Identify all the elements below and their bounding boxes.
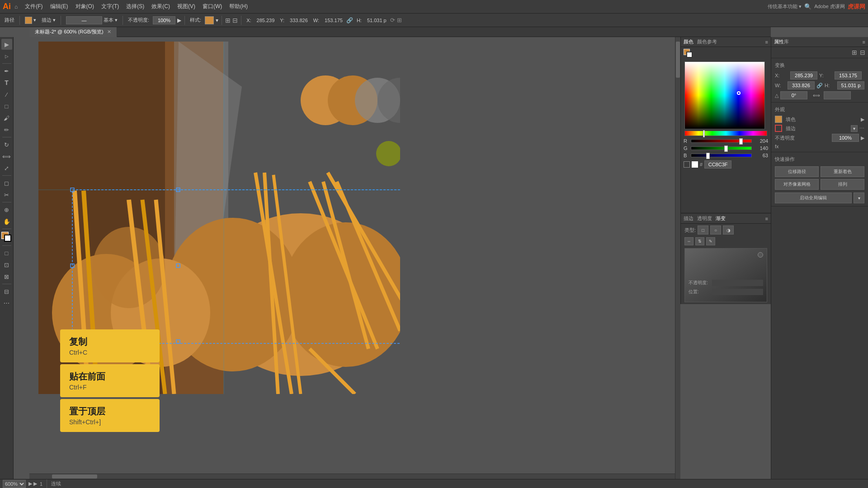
properties-tab[interactable]: 属性	[774, 38, 784, 45]
align-icon[interactable]: ⊟	[232, 17, 238, 24]
g-thumb[interactable]	[724, 145, 728, 152]
stroke-mode[interactable]: 描边 ▾	[40, 16, 57, 24]
line-tool[interactable]: ∕	[1, 89, 12, 100]
align-icon2[interactable]: ⊞	[397, 17, 402, 23]
scrollbar-thumb-h[interactable]	[52, 474, 97, 479]
menu-edit[interactable]: 编辑(E)	[47, 2, 72, 11]
context-menu-item-paste-front[interactable]: 贴在前面 Ctrl+F	[60, 364, 160, 397]
transform-icon[interactable]: ⟳	[390, 17, 395, 23]
btn-global-edit-arrow[interactable]: ▾	[854, 192, 864, 203]
hex-input[interactable]	[704, 160, 731, 169]
fill-expand-icon[interactable]: ▶	[861, 117, 864, 122]
grad-reset-btn[interactable]	[758, 252, 763, 258]
hue-thumb[interactable]	[703, 130, 705, 137]
b-thumb[interactable]	[706, 153, 710, 159]
link-icon[interactable]: 🔗	[346, 17, 353, 23]
link-prop-icon[interactable]: 🔗	[816, 83, 823, 89]
artboard-tool[interactable]: ⊟	[1, 286, 12, 297]
pos-preview-bar[interactable]	[712, 289, 763, 295]
context-menu-item-bring-top[interactable]: 置于顶层 Shift+Ctrl+]	[60, 399, 160, 432]
crop-mode[interactable]: ⊠	[1, 271, 12, 282]
menu-file[interactable]: 文件(F)	[21, 2, 46, 11]
shear-input[interactable]	[824, 91, 851, 99]
rotate-tool[interactable]: ↻	[1, 139, 12, 150]
zoom-select[interactable]: 600%	[3, 480, 26, 488]
rect-tool[interactable]: □	[1, 101, 12, 112]
select-tool[interactable]: ▶	[1, 39, 12, 50]
stroke-tab[interactable]: 描边	[684, 215, 693, 222]
scrollbar-thumb-v[interactable]	[676, 42, 680, 78]
home-icon[interactable]: ⌂	[14, 4, 18, 10]
opacity-arrow[interactable]: ▶	[177, 17, 181, 23]
w-prop-input[interactable]	[788, 81, 815, 89]
transparency-tab[interactable]: 透明度	[697, 215, 712, 222]
transform-tab[interactable]: 渐变	[716, 215, 726, 222]
menu-window[interactable]: 窗口(W)	[199, 2, 226, 11]
panel-menu-icon[interactable]: ≡	[765, 39, 768, 45]
opacity-expand-icon[interactable]: ▶	[861, 135, 864, 141]
color-spectrum[interactable]	[684, 61, 765, 129]
opacity-input[interactable]	[153, 16, 175, 24]
pencil-tool[interactable]: ✏	[1, 124, 12, 135]
freeform-grad-btn[interactable]: ◑	[723, 225, 734, 235]
menu-help[interactable]: 帮助(H)	[226, 2, 251, 11]
r-thumb[interactable]	[739, 138, 743, 145]
arrange-icon[interactable]: ⊞	[225, 17, 231, 24]
style-arrow[interactable]: ▾	[216, 17, 218, 23]
type-tool[interactable]: T	[1, 77, 12, 88]
color-tab[interactable]: 颜色	[684, 38, 693, 45]
props-icon2[interactable]: ⊟	[860, 49, 865, 56]
stroke-appearance-swatch[interactable]	[775, 125, 782, 132]
eraser-tool[interactable]: ◻	[1, 178, 12, 188]
y-prop-input[interactable]	[835, 71, 862, 80]
workspace-label[interactable]: 传统基本功能 ▾	[768, 3, 802, 10]
pen-tool[interactable]: ✒	[1, 66, 12, 76]
fill-swatch[interactable]: ▾	[23, 16, 38, 25]
color-ref-tab[interactable]: 颜色参考	[697, 38, 717, 45]
stroke-swatch-main[interactable]	[4, 235, 11, 242]
horizontal-scrollbar[interactable]	[29, 474, 675, 479]
reflect-tool[interactable]: ⟺	[1, 151, 12, 162]
direct-select-tool[interactable]: ▷	[1, 51, 12, 61]
behind-mode[interactable]: ⊡	[1, 259, 12, 270]
tab-close[interactable]: ✕	[107, 29, 111, 35]
fill-stroke-swatches[interactable]	[1, 232, 12, 243]
no-color-swatch[interactable]	[684, 161, 690, 168]
btn-global-edit[interactable]: 启动全局编辑	[775, 192, 852, 203]
color-spectrum-container[interactable]	[684, 61, 767, 129]
btn-align-pixel[interactable]: 对齐像素网格	[775, 179, 819, 190]
scale-tool[interactable]: ⤢	[1, 163, 12, 174]
vertical-scrollbar[interactable]	[675, 37, 680, 479]
fill-appearance-swatch[interactable]	[775, 116, 782, 123]
btn-recolor[interactable]: 重新着色	[821, 166, 864, 177]
opacity-appearance-input[interactable]	[832, 134, 859, 142]
zoom-tool[interactable]: ⊕	[1, 204, 12, 215]
paint-brush-tool[interactable]: 🖌	[1, 113, 12, 123]
opacity-preview-bar[interactable]	[712, 280, 763, 286]
menu-select[interactable]: 选择(S)	[123, 2, 148, 11]
stroke-menu-icon[interactable]: ≡	[765, 216, 768, 221]
style-swatch[interactable]	[205, 16, 214, 24]
stroke-dots-icon[interactable]: ⋯	[859, 126, 864, 131]
r-track[interactable]	[691, 139, 752, 143]
scissors-tool[interactable]: ✂	[1, 189, 12, 200]
radial-grad-btn[interactable]: ○	[710, 225, 721, 235]
more-tools[interactable]: ···	[1, 298, 12, 309]
angle-input[interactable]	[780, 91, 807, 99]
hand-tool[interactable]: ✋	[1, 216, 12, 227]
stroke-width[interactable]: 基本 ▾	[64, 15, 119, 25]
btn-offset-path[interactable]: 位移路径	[775, 166, 819, 177]
h-prop-input[interactable]	[837, 81, 864, 89]
context-menu-item-copy[interactable]: 复制 Ctrl+C	[60, 329, 160, 362]
stroke-expand-btn[interactable]: ▾	[851, 125, 858, 132]
menu-text[interactable]: 文字(T)	[98, 2, 123, 11]
b-track[interactable]	[691, 154, 752, 157]
props-menu-icon[interactable]: ≡	[863, 39, 865, 45]
white-swatch[interactable]	[692, 161, 698, 168]
grad-reverse-btn[interactable]: ↔	[684, 237, 693, 245]
menu-effect[interactable]: 效果(C)	[148, 2, 174, 11]
x-prop-input[interactable]	[790, 71, 817, 80]
menu-view[interactable]: 视图(V)	[174, 2, 199, 11]
fill-stroke-mini[interactable]	[684, 49, 693, 59]
linear-grad-btn[interactable]: □	[698, 225, 708, 235]
